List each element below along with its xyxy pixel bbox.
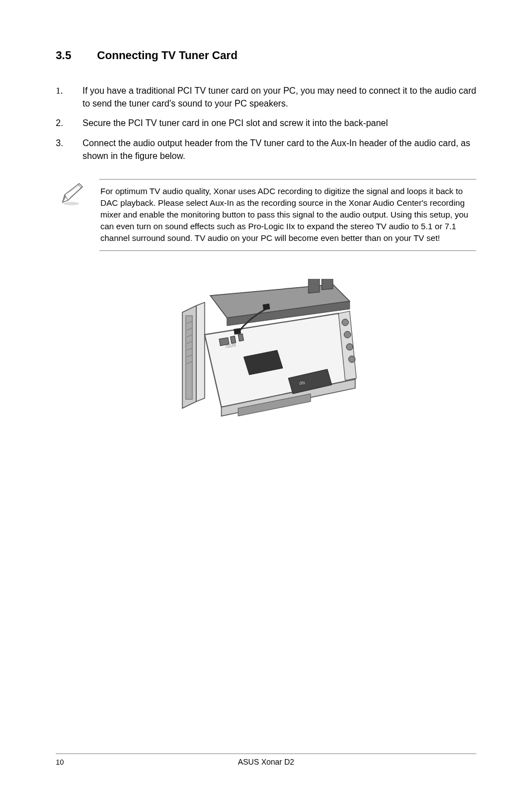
- page-footer: 10 ASUS Xonar D2: [56, 753, 476, 766]
- list-item: 3. Connect the audio output header from …: [56, 137, 476, 162]
- note-block: For optimum TV audio quality, Xonar uses…: [56, 179, 476, 251]
- svg-point-35: [349, 356, 355, 363]
- svg-text:dts: dts: [299, 380, 306, 386]
- svg-rect-20: [308, 279, 320, 293]
- page-number: 10: [56, 758, 89, 766]
- svg-point-0: [64, 202, 79, 205]
- list-number: 2.: [56, 117, 83, 129]
- svg-rect-19: [322, 279, 333, 290]
- list-number: 1.: [56, 84, 83, 110]
- list-item: 2. Secure the PCI TV tuner card in one P…: [56, 117, 476, 129]
- section-title: Connecting TV Tuner Card: [97, 49, 238, 61]
- svg-rect-29: [238, 334, 244, 341]
- note-text: For optimum TV audio quality, Xonar uses…: [99, 179, 476, 251]
- list-text: If you have a traditional PCI TV tuner c…: [83, 84, 476, 110]
- svg-rect-36: [263, 303, 270, 310]
- pencil-note-icon: [59, 179, 84, 251]
- list-text: Secure the PCI TV tuner card in one PCI …: [83, 117, 476, 129]
- svg-point-33: [344, 331, 351, 338]
- svg-point-34: [346, 344, 353, 350]
- svg-point-32: [342, 319, 349, 326]
- list-text: Connect the audio output header from the…: [83, 137, 476, 162]
- tv-tuner-diagram: dts /SUS: [56, 279, 476, 448]
- section-number: 3.5: [56, 49, 97, 62]
- svg-rect-37: [234, 328, 241, 335]
- list-item: 1. If you have a traditional PCI TV tune…: [56, 84, 476, 110]
- section-heading: 3.5Connecting TV Tuner Card: [56, 49, 476, 62]
- footer-product-name: ASUS Xonar D2: [89, 757, 443, 766]
- instruction-list: 1. If you have a traditional PCI TV tune…: [56, 84, 476, 162]
- svg-marker-8: [196, 302, 205, 402]
- list-number: 3.: [56, 137, 83, 162]
